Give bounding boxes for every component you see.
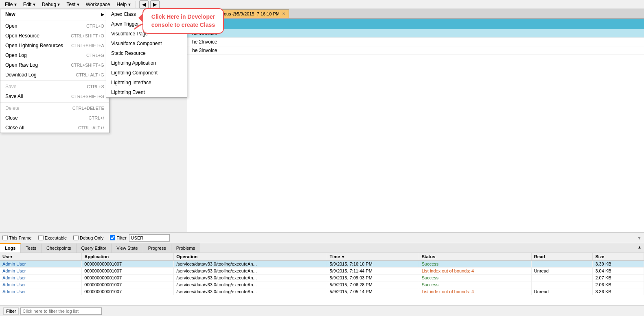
this-frame-label: This Frame <box>2 235 32 240</box>
col-application[interactable]: Application <box>82 253 174 261</box>
this-frame-checkbox[interactable] <box>2 235 8 240</box>
tab-problems[interactable]: Problems <box>171 243 200 253</box>
cell-status: List index out of bounds: 4 <box>419 268 531 275</box>
menu-save: Save CTRL+S <box>0 82 109 92</box>
panel-tabs-row: Logs Tests Checkpoints Query Editor View… <box>0 243 644 253</box>
cell-time: 5/9/2015, 7:09:03 PM <box>327 275 419 281</box>
col-user[interactable]: User <box>0 253 82 261</box>
cell-read: Unread <box>531 268 593 275</box>
table-row[interactable]: Admin User 000000000001007 /services/dat… <box>0 268 644 275</box>
tab-progress[interactable]: Progress <box>143 243 171 253</box>
user-link[interactable]: Admin User <box>2 268 26 273</box>
col-operation[interactable]: Operation <box>174 253 327 261</box>
cell-size: 2.07 KB <box>593 275 644 281</box>
new-lightning-interface[interactable]: Lightning Interface <box>106 78 187 87</box>
menu-open[interactable]: Open CTRL+O <box>0 21 109 31</box>
cell-time: 5/9/2015, 7:06:28 PM <box>327 281 419 288</box>
sep1 <box>0 20 109 20</box>
tab-checkpoints[interactable]: Checkpoints <box>42 243 77 253</box>
col-time[interactable]: Time ▼ <box>327 253 419 261</box>
new-lightning-event[interactable]: Lightning Event <box>106 87 187 97</box>
cell-status: List index out of bounds: 4 <box>419 288 531 295</box>
log-table-scroll[interactable]: User Application Operation Time ▼ Status… <box>0 253 644 306</box>
menu-test[interactable]: Test ▾ <box>63 1 82 8</box>
debug-only-checkbox[interactable] <box>73 235 79 240</box>
menu-open-resource[interactable]: Open Resource CTRL+SHIFT+O <box>0 31 109 41</box>
cell-user: Admin User <box>0 268 82 275</box>
user-link[interactable]: Admin User <box>2 289 26 294</box>
menu-debug[interactable]: Debug ▾ <box>39 1 64 8</box>
nav-forward[interactable]: ▶ <box>150 0 160 9</box>
tab-close-btn[interactable]: ✕ <box>282 11 285 16</box>
menu-workspace[interactable]: Workspace <box>83 1 114 8</box>
new-vf-component[interactable]: Visualforce Component <box>106 39 187 48</box>
bottom-panel: This Frame Executable Debug Only Filter … <box>0 232 644 305</box>
cell-status: Success <box>419 261 531 268</box>
menu-edit[interactable]: Edit ▾ <box>20 1 39 8</box>
user-link[interactable]: Admin User <box>2 282 26 287</box>
cell-op: /services/data/v33.0/tooling/executeAn..… <box>174 288 327 295</box>
menu-file[interactable]: File ▾ <box>2 1 20 8</box>
panel-expand-btn[interactable]: ▲ <box>635 243 644 253</box>
cell-op: /services/data/v33.0/tooling/executeAn..… <box>174 275 327 281</box>
cell-read <box>531 281 593 288</box>
callout-bubble: Click Here in Developer console to creat… <box>142 8 224 34</box>
cell-op: /services/data/v33.0/tooling/executeAn..… <box>174 261 327 268</box>
col-read[interactable]: Read <box>531 253 593 261</box>
status-filter-input[interactable] <box>20 307 102 315</box>
debug-only-label: Debug Only <box>73 235 103 240</box>
table-row[interactable]: Admin User 000000000001007 /services/dat… <box>0 281 644 288</box>
expand-icon[interactable]: ▼ <box>637 235 642 240</box>
filter-input[interactable] <box>129 234 170 242</box>
status-filter-button[interactable]: Filter <box>3 307 19 315</box>
col-status[interactable]: Status <box>419 253 531 261</box>
tab-logs[interactable]: Logs <box>0 243 21 253</box>
sep2 <box>0 81 109 81</box>
executable-checkbox[interactable] <box>38 235 44 240</box>
cell-status: Success <box>419 281 531 288</box>
tab-tests[interactable]: Tests <box>21 243 42 253</box>
table-row[interactable]: Admin User 000000000001007 /services/dat… <box>0 261 644 268</box>
menu-delete: Delete CTRL+DELETE <box>0 103 109 113</box>
sidebar-item-1[interactable]: he 2Invoice <box>187 38 644 46</box>
tab-spacer <box>200 243 635 253</box>
cell-app: 000000000001007 <box>82 288 174 295</box>
sep3 <box>0 102 109 102</box>
tab-view-state[interactable]: View State <box>112 243 143 253</box>
tab-query-editor[interactable]: Query Editor <box>77 243 112 253</box>
menu-close-all[interactable]: Close All CTRL+ALT+/ <box>0 123 109 133</box>
sidebar-item-0[interactable]: he 1Invoice <box>187 29 644 38</box>
menu-download-log[interactable]: Download Log CTRL+ALT+G <box>0 70 109 80</box>
submenu-arrow: ▶ <box>101 12 104 17</box>
menu-save-all[interactable]: Save All CTRL+SHIFT+S <box>0 92 109 101</box>
menu-open-log[interactable]: Open Log CTRL+G <box>0 50 109 60</box>
cell-size: 3.39 KB <box>593 261 644 268</box>
filter-checkbox-label: Filter <box>110 235 126 240</box>
cell-time: 5/9/2015, 7:11:44 PM <box>327 268 419 275</box>
menu-open-raw-log[interactable]: Open Raw Log CTRL+SHIFT+G <box>0 60 109 70</box>
menu-close[interactable]: Close CTRL+/ <box>0 113 109 123</box>
cell-app: 000000000001007 <box>82 275 174 281</box>
menu-open-lightning[interactable]: Open Lightning Resources CTRL+SHIFT+A <box>0 41 109 50</box>
menu-separator <box>136 1 136 8</box>
nav-back[interactable]: ◀ <box>139 0 149 9</box>
cell-user: Admin User <box>0 275 82 281</box>
filter-checkbox[interactable] <box>110 235 115 240</box>
menu-help[interactable]: Help ▾ <box>114 1 134 8</box>
table-row[interactable]: Admin User 000000000001007 /services/dat… <box>0 275 644 281</box>
table-row[interactable]: Admin User 000000000001007 /services/dat… <box>0 288 644 295</box>
new-lightning-component[interactable]: Lightning Component <box>106 68 187 78</box>
tab-bar: executeAnonymous @5/9/2015, 7:16:10 PM ✕ <box>187 9 644 19</box>
new-static-resource[interactable]: Static Resource <box>106 48 187 58</box>
cell-user: Admin User <box>0 288 82 295</box>
sort-arrow-time: ▼ <box>341 255 345 259</box>
col-size[interactable]: Size <box>593 253 644 261</box>
new-lightning-app[interactable]: Lightning Application <box>106 58 187 68</box>
user-link[interactable]: Admin User <box>2 275 26 280</box>
file-list-area: ny... he 1Invoice he 2Invoice he 3Invoic… <box>187 19 644 232</box>
sidebar-item-2[interactable]: he 3Invoice <box>187 46 644 55</box>
executable-label: Executable <box>38 235 67 240</box>
filter-bar: This Frame Executable Debug Only Filter … <box>0 233 644 243</box>
user-link[interactable]: Admin User <box>2 262 26 266</box>
menu-new[interactable]: New ▶ <box>0 9 109 19</box>
